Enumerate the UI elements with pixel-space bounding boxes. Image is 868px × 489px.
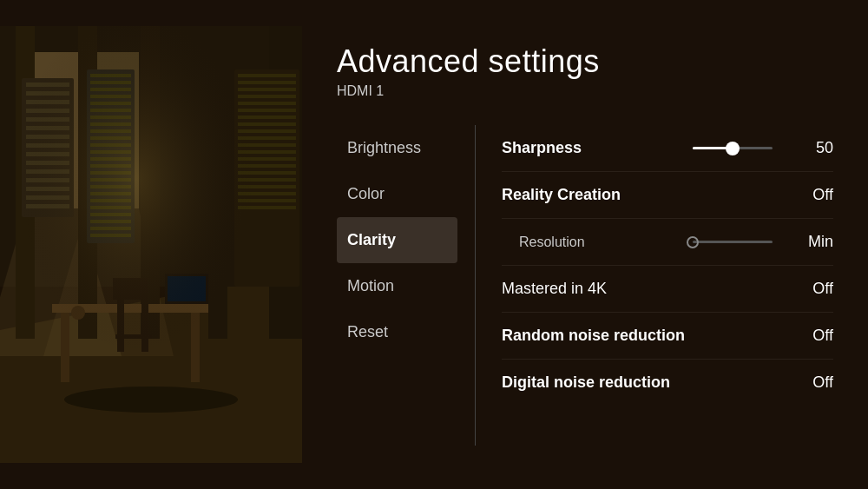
sharpness-slider-thumb[interactable]	[726, 142, 740, 155]
mastered-4k-label: Mastered in 4K	[502, 280, 693, 298]
left-menu: Brightness Color Clarity Motion Reset	[337, 125, 476, 446]
sidebar-item-clarity[interactable]: Clarity	[337, 217, 457, 263]
resolution-slider-thumb[interactable]	[687, 236, 699, 248]
resolution-value: Min	[790, 233, 833, 251]
svg-rect-89	[0, 26, 302, 463]
settings-layout: Brightness Color Clarity Motion Reset Sh…	[337, 125, 833, 446]
sharpness-value: 50	[790, 139, 833, 157]
right-panel: Sharpness 50 Reality Creation Off	[476, 125, 833, 446]
sharpness-row: Sharpness 50	[502, 125, 833, 172]
page-title: Advanced settings	[337, 43, 833, 80]
sidebar-item-reset[interactable]: Reset	[337, 309, 457, 355]
sharpness-control	[693, 147, 790, 149]
main-container: Advanced settings HDMI 1 Brightness Colo…	[0, 0, 868, 489]
resolution-label: Resolution	[502, 235, 693, 250]
resolution-slider-track[interactable]	[693, 241, 773, 243]
mastered-4k-value: Off	[790, 280, 833, 298]
sidebar-item-brightness[interactable]: Brightness	[337, 125, 457, 171]
sidebar-item-color[interactable]: Color	[337, 171, 457, 217]
reality-creation-value: Off	[790, 186, 833, 204]
sharpness-slider-track[interactable]	[693, 147, 773, 149]
digital-noise-label: Digital noise reduction	[502, 373, 693, 392]
sidebar-item-motion[interactable]: Motion	[337, 263, 457, 309]
sharpness-label: Sharpness	[502, 139, 693, 157]
preview-thumbnail	[0, 26, 302, 463]
page-subtitle: HDMI 1	[337, 83, 833, 99]
reality-creation-label: Reality Creation	[502, 186, 693, 204]
reality-creation-row: Reality Creation Off	[502, 172, 833, 219]
resolution-control	[693, 241, 790, 243]
random-noise-label: Random noise reduction	[502, 327, 693, 345]
digital-noise-value: Off	[790, 373, 833, 392]
mastered-4k-row: Mastered in 4K Off	[502, 266, 833, 313]
digital-noise-row: Digital noise reduction Off	[502, 360, 833, 406]
random-noise-row: Random noise reduction Off	[502, 313, 833, 360]
content-area: Advanced settings HDMI 1 Brightness Colo…	[302, 26, 868, 463]
resolution-row: Resolution Min	[502, 219, 833, 266]
random-noise-value: Off	[790, 327, 833, 345]
